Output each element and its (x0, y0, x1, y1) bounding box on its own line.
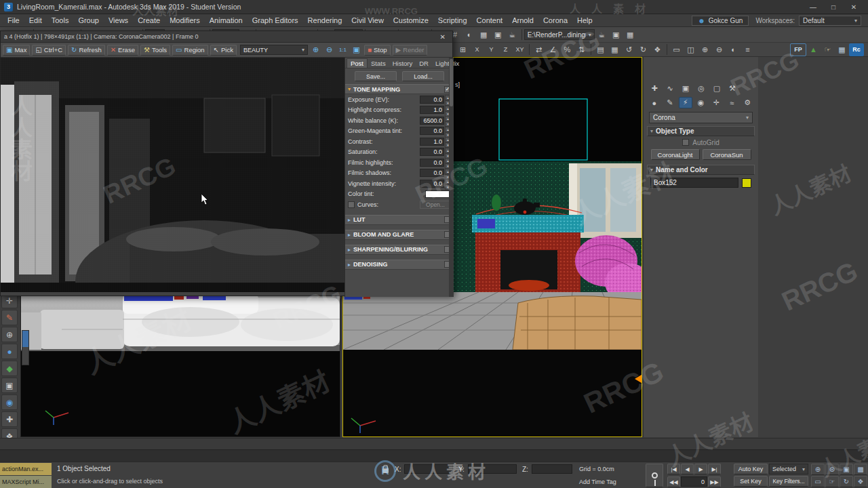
set-key-button[interactable]: Set Key (734, 476, 768, 487)
auto-key-button[interactable]: Auto Key (734, 464, 768, 474)
tab-display[interactable]: ▢ (710, 83, 724, 94)
user-account-chip[interactable]: ☻ Gokce Gun (692, 16, 749, 26)
toolbar2-icon-5[interactable]: ⇅ (574, 43, 589, 56)
menu-modifiers[interactable]: Modifiers (165, 16, 205, 24)
z-coordinate-field[interactable] (532, 464, 572, 474)
zoom-extents-all-button[interactable]: ▩ (854, 464, 867, 475)
vfb-tab-lightmix[interactable]: LightMix (432, 59, 462, 68)
vfb-stop-button[interactable]: ■Stop (364, 45, 391, 56)
spreadsheet-icon[interactable]: ▦ (835, 43, 849, 56)
vfb-zoom-1-1-icon[interactable]: 1:1 (337, 47, 349, 53)
left-toolbar-icon-5[interactable]: ◆ (1, 361, 18, 376)
highlight-compress-field[interactable]: 1.0 (420, 106, 444, 114)
curves-open-button[interactable]: Open... (420, 201, 451, 209)
rollout-name-and-color[interactable]: ▾ Name and Color (647, 165, 755, 175)
toolbar2-icon-16[interactable]: ≡ (741, 43, 755, 56)
menu-tools[interactable]: Tools (47, 16, 74, 24)
left-toolbar-icon-2[interactable]: ✎ (1, 310, 18, 325)
category-systems[interactable]: ⚙ (741, 97, 754, 108)
menu-content[interactable]: Content (472, 16, 508, 24)
section-lut[interactable]: ▸ LUT (345, 215, 454, 225)
vfb-tab-stats[interactable]: Stats (368, 59, 389, 68)
filmic-shadows-field[interactable]: 0.0 (420, 169, 444, 177)
category-helpers[interactable]: ✛ (709, 97, 723, 108)
scrollbar-thumb[interactable] (450, 59, 453, 106)
toolbar2-icon-14[interactable]: ⊖ (712, 43, 726, 56)
axis-constraint-z[interactable]: Z (498, 43, 513, 56)
vfb-tools-button[interactable]: ⚒Tools (140, 45, 170, 56)
toolbar2-icon-10[interactable]: ❖ (650, 43, 665, 56)
axis-constraint-xy[interactable]: XY (513, 43, 527, 56)
pan-view-button[interactable]: ☞ (825, 476, 839, 487)
exposure-field[interactable]: 0.0 (420, 96, 444, 104)
vfb-pick-button[interactable]: ↖Pick (210, 45, 237, 56)
zoom-region-button[interactable]: ▭ (811, 476, 825, 487)
previous-frame-button[interactable]: ◀ (681, 464, 694, 474)
object-color-swatch[interactable] (742, 178, 751, 188)
green-magenta-field[interactable]: 0.0 (420, 127, 444, 135)
left-toolbar-icon-7[interactable]: ◉ (1, 394, 18, 410)
material-editor-button[interactable]: ◐ (462, 28, 477, 41)
toolbar2-icon-3[interactable]: ∠ (546, 43, 560, 56)
tab-motion[interactable]: ◎ (694, 83, 708, 94)
vfb-save-button[interactable]: Save... (355, 71, 397, 81)
curves-checkbox[interactable] (348, 201, 355, 208)
vfb-channel-dropdown[interactable]: BEAUTY ▾ (240, 45, 308, 55)
object-name-field[interactable]: Box152 (650, 178, 738, 188)
menu-corona[interactable]: Corona (538, 16, 572, 24)
rendered-frame-window-button[interactable]: ▣ (491, 28, 505, 41)
toolbar2-icon-6[interactable]: ▤ (593, 43, 608, 56)
y-coordinate-field[interactable] (468, 464, 517, 474)
tab-modify[interactable]: ∿ (663, 83, 677, 94)
toolbar2-icon-9[interactable]: ↻ (636, 43, 650, 56)
toolbar2-icon-8[interactable]: ↺ (622, 43, 636, 56)
toolbar2-icon-11[interactable]: ▭ (669, 43, 684, 56)
menu-help[interactable]: Help (572, 16, 597, 24)
vfb-render-button[interactable]: ▶Render (393, 45, 428, 56)
toolbar2-icon-13[interactable]: ⊕ (698, 43, 712, 56)
go-to-start-button[interactable]: |◀ (667, 464, 680, 474)
render-path-dropdown[interactable]: E:\RenderP...diningroom ▾ (524, 29, 595, 40)
corona-light-button[interactable]: CoronaLight (651, 149, 700, 160)
tab-hierarchy[interactable]: ▣ (679, 83, 692, 94)
category-geometry[interactable]: ● (648, 97, 661, 108)
light-type-dropdown[interactable]: Corona ▾ (649, 112, 753, 123)
render-settings-button[interactable]: ▦ (623, 28, 637, 41)
toolbar2-icon-12[interactable]: ◫ (684, 43, 698, 56)
white-balance-field[interactable]: 6500.0 (420, 117, 444, 125)
rollout-object-type[interactable]: ▾ Object Type (647, 126, 755, 136)
maxscript-mini-listener-pink[interactable]: actionMan.ex... (0, 463, 52, 475)
key-filters-button[interactable]: Key Filters... (769, 476, 808, 487)
menu-scripting[interactable]: Scripting (433, 16, 472, 24)
toolbar2-icon-2[interactable]: ⇄ (532, 43, 546, 56)
corona-sun-button[interactable]: CoronaSun (703, 149, 751, 160)
left-toolbar-icon-4[interactable]: ● (1, 344, 18, 359)
perspective-viewport-render[interactable] (21, 292, 340, 436)
side-mini-toolbar-cell[interactable] (22, 347, 28, 363)
key-step-back-button[interactable]: ◀◀ (667, 476, 680, 487)
track-bar[interactable] (0, 449, 868, 462)
toolbar2-icon-4[interactable]: % (560, 43, 574, 56)
zoom-all-button[interactable]: ⊛ (825, 464, 839, 475)
side-mini-toolbar-cell-active[interactable] (22, 331, 28, 347)
section-denoising[interactable]: ▸ DENOISING (345, 260, 454, 270)
menu-create[interactable]: Create (133, 16, 165, 24)
zoom-viewport-button[interactable]: ⊕ (811, 464, 825, 475)
menu-civil-view[interactable]: Civil View (347, 16, 388, 24)
vfb-copy-button[interactable]: ◱Ctrl+C (32, 45, 66, 56)
render-iterative-button[interactable]: ☕ (595, 28, 609, 41)
left-toolbar-icon-3[interactable]: ⊕ (1, 327, 18, 342)
filmic-highlights-field[interactable]: 0.0 (420, 159, 444, 167)
x-coordinate-field[interactable] (404, 464, 453, 474)
vfb-scrollbar[interactable] (449, 58, 454, 297)
category-space-warps[interactable]: ≈ (725, 97, 738, 108)
play-animation-button[interactable]: ▶ (694, 464, 707, 474)
toolbar-fp-button[interactable]: FP (790, 43, 806, 56)
contrast-field[interactable]: 1.0 (420, 138, 444, 146)
set-keys-button[interactable] (646, 464, 663, 487)
render-production-button[interactable]: ☕ (505, 28, 519, 41)
toolbar2-icon-15[interactable]: ◐ (726, 43, 741, 56)
vignette-intensity-field[interactable]: 0.0 (420, 180, 444, 188)
menu-views[interactable]: Views (104, 16, 133, 24)
go-to-end-button[interactable]: ▶| (708, 464, 721, 474)
